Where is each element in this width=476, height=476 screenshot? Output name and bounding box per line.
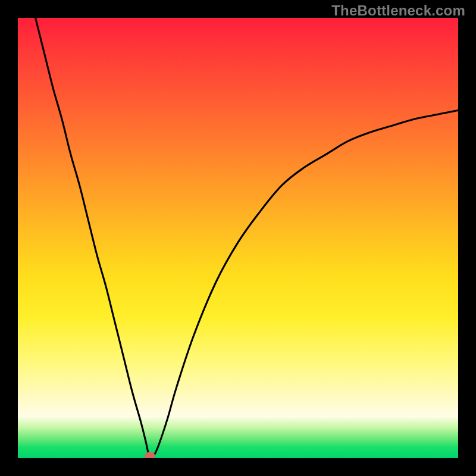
gradient-background xyxy=(18,18,458,458)
watermark-text: TheBottleneck.com xyxy=(331,2,465,19)
chart-frame: TheBottleneck.com xyxy=(0,0,476,476)
plot-area xyxy=(18,18,458,458)
